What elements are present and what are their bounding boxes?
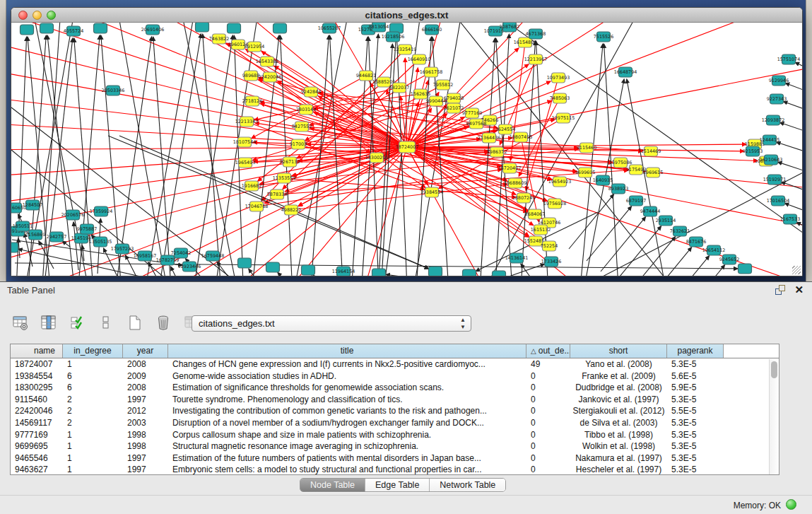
graph-node-1640935[interactable]: 1640935 [593,175,613,185]
table-row[interactable]: 1938455462009Genome-wide association stu… [11,370,779,382]
float-window-icon[interactable] [775,285,785,295]
graph-node[interactable] [11,243,18,252]
svg-text:22420046: 22420046 [259,74,282,80]
graph-node-917003[interactable]: 917003 [290,139,307,149]
graph-node-15975086[interactable]: 15975086 [609,158,632,168]
graph-node-16961758[interactable]: 16961758 [420,67,443,77]
minimize-traffic-light-icon[interactable] [33,11,42,20]
column-header-year[interactable]: year [123,344,168,358]
table-row[interactable]: 2242004622012Investigating the contribut… [11,405,779,417]
graph-node-8471676[interactable]: 8471676 [686,237,706,247]
graph-node-7485063[interactable]: 7485063 [550,93,570,103]
graph-node-17016504[interactable]: 17016504 [767,196,790,206]
tab-node-table[interactable]: Node Table [300,479,365,491]
graph-node-17957223[interactable]: 17957223 [111,244,134,254]
table-row[interactable]: 1872400712008Changes of HCN gene express… [11,358,779,370]
memory-status-icon[interactable] [786,499,796,510]
graph-node-20206576[interactable]: 20206576 [61,210,85,220]
graph-node-9129946[interactable]: 9129946 [769,76,789,86]
graph-node-9975887[interactable]: 9975887 [77,224,97,234]
graph-node-6879197[interactable]: 6879197 [626,196,646,206]
graph-node-18724007[interactable]: 18724007 [396,141,419,153]
graph-node-4055724[interactable]: 4055724 [64,26,83,36]
graph-node[interactable] [20,25,34,35]
graph-node-10654112[interactable]: 10654112 [702,245,726,255]
graph-node-13505135[interactable]: 13505135 [89,237,112,247]
window-resize-grip[interactable] [792,266,801,274]
network-canvas[interactable]: 1872400774638229960124891295416543382989… [11,23,802,276]
table-row[interactable]: 946554611997Estimation of the future num… [11,452,779,465]
graph-node-1733426[interactable]: 1733426 [541,257,561,267]
zoom-traffic-light-icon[interactable] [47,11,56,20]
column-header-out_de[interactable]: △out_de... [526,344,570,358]
graph-node[interactable] [273,23,287,33]
citation-network-graph[interactable]: 1872400774638229960124891295416543382989… [11,23,802,276]
table-row[interactable]: 911546021997Tourette syndrome. Phenomeno… [11,394,779,406]
graph-node[interactable] [463,269,476,276]
graph-node-3624554[interactable]: 3624554 [495,124,515,134]
graph-node[interactable] [372,269,386,276]
graph-node-8938923[interactable]: 8938923 [608,184,628,194]
graph-node-20691406[interactable]: 20691406 [141,25,165,35]
row-tool-icon[interactable] [95,313,117,333]
tab-network-table[interactable]: Network Table [430,479,505,491]
graph-node-19654923[interactable]: 19654923 [548,177,572,187]
new-column-icon[interactable] [124,313,146,333]
column-header-title[interactable]: title [168,344,526,358]
graph-node-12213967[interactable]: 12213967 [524,54,548,64]
graph-node[interactable] [238,258,252,268]
table-selector-dropdown[interactable]: citations_edges.txt ▲▼ [192,315,471,332]
table-row[interactable]: 977716911998Corpus callosum shape and si… [11,429,779,441]
graph-node-10688609[interactable]: 10688609 [504,178,527,188]
graph-node[interactable] [266,262,280,272]
column-header-pagerank[interactable]: pagerank [667,344,724,358]
graph-node[interactable] [94,23,107,33]
graph-node[interactable] [40,23,54,33]
table-vertical-scrollbar[interactable] [769,359,778,475]
table-row[interactable]: 1830029562008Estimation of significance … [11,382,779,394]
graph-node-21364436[interactable]: 21364436 [478,133,501,143]
graph-node-9227343[interactable]: 9227343 [767,94,787,104]
close-traffic-light-icon[interactable] [18,11,28,20]
table-row[interactable]: 1456911722003Disruption of a novel membe… [11,417,779,429]
table-row[interactable]: 969969511998Structural magnetic resonanc… [11,440,779,452]
graph-node[interactable] [196,23,209,32]
graph-node-989688[interactable]: 989688 [242,71,259,81]
graph-node[interactable] [739,264,752,274]
table-row[interactable]: 946362711997Embryonic stem cells: a mode… [11,464,779,475]
graph-node-7515526[interactable]: 7515526 [594,32,613,42]
graph-node-6794028[interactable]: 6794028 [444,93,464,103]
graph-node-12093872[interactable]: 12093872 [762,115,785,125]
graph-node-1514469[interactable]: 1514469 [641,146,661,156]
close-panel-icon[interactable]: ✕ [794,284,804,296]
table-mode-icon[interactable] [10,313,31,333]
scrollbar-thumb[interactable] [771,361,777,378]
graph-node-10655287[interactable]: 10655287 [318,23,341,33]
graph-node[interactable] [302,265,315,275]
graph-node[interactable] [493,271,506,276]
tab-edge-table[interactable]: Edge Table [365,479,430,491]
graph-node-5878334[interactable]: 5878334 [267,189,287,199]
graph-node-16648794[interactable]: 16648794 [614,67,637,77]
graph-node-8427552[interactable]: 8427552 [292,122,312,132]
graph-node-14136141[interactable]: 14136141 [505,253,529,263]
column-select-icon[interactable] [67,313,88,333]
graph-node-11964154[interactable]: 11964154 [332,267,355,276]
graph-node-7463822[interactable]: 7463822 [209,34,229,44]
graph-node-16543382[interactable]: 16543382 [256,57,279,66]
delete-columns-icon[interactable] [153,313,174,333]
graph-node-16640910[interactable]: 16640910 [408,54,431,64]
show-columns-icon[interactable] [38,313,59,333]
graph-node-16958167[interactable]: 16958167 [134,251,157,261]
column-header-name[interactable]: name [11,344,63,358]
graph-node-9474444[interactable]: 9474444 [640,206,660,216]
column-header-short[interactable]: short [570,344,667,358]
graph-node[interactable] [429,267,442,276]
network-window[interactable]: citations_edges.txt 18724007746382299601… [11,7,803,276]
graph-node-2935114[interactable]: 2935114 [656,216,676,226]
graph-node-7632621[interactable]: 7632621 [670,226,690,236]
network-window-titlebar[interactable]: citations_edges.txt [11,8,802,23]
column-header-in_degree[interactable]: in_degree [63,344,123,358]
graph-node[interactable] [228,23,241,33]
graph-node-752254[interactable]: 752254 [541,241,558,251]
